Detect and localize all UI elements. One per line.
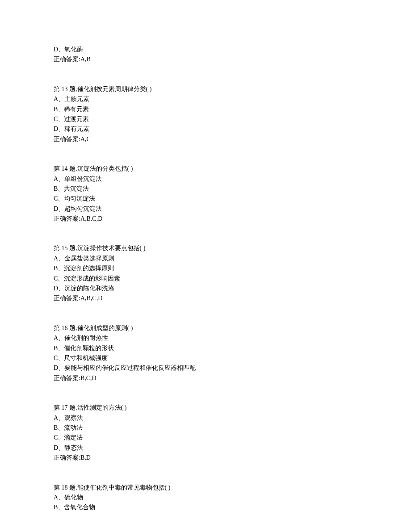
option-c: C、过渡元素 (54, 114, 357, 124)
answer-text: 正确答案:A,B,C,D (54, 293, 357, 303)
option-b: B、流动法 (54, 423, 357, 433)
question-12-partial: D、氧化酶 正确答案:A,B (54, 45, 357, 65)
option-b: B、含氧化合物 (54, 503, 357, 512)
option-a: A、主族元素 (54, 94, 357, 104)
question-header: 第 18 题,能使催化剂中毒的常见毒物包括( ) (54, 483, 357, 493)
question-17: 第 17 题,活性测定的方法( ) A、观察法 B、流动法 C、滴定法 D、静态… (54, 403, 357, 463)
answer-text: 正确答案:A,B,C,D (54, 214, 357, 224)
question-header: 第 15 题,沉淀操作技术要点包括( ) (54, 243, 357, 253)
option-d: D、沉淀的陈化和洗涤 (54, 284, 357, 293)
option-b: B、共沉淀法 (54, 184, 357, 194)
option-c: C、均匀沉淀法 (54, 194, 357, 204)
question-header: 第 14 题,沉淀法的分类包括( ) (54, 164, 357, 174)
option-a: A、金属盐类选择原则 (54, 254, 357, 264)
option-b: B、稀有元素 (54, 105, 357, 114)
answer-text: 正确答案:A,C (54, 134, 357, 144)
option-c: C、滴定法 (54, 433, 357, 443)
question-header: 第 17 题,活性测定的方法( ) (54, 403, 357, 413)
question-14: 第 14 题,沉淀法的分类包括( ) A、单组份沉淀法 B、共沉淀法 C、均匀沉… (54, 164, 357, 224)
option-d: D、氧化酶 (54, 45, 357, 54)
option-a: A、催化剂的耐热性 (54, 333, 357, 343)
question-13: 第 13 题,催化剂按元素周期律分类( ) A、主族元素 B、稀有元素 C、过渡… (54, 84, 357, 144)
option-d: D、要能与相应的催化反应过程和催化反应器相匹配 (54, 363, 357, 373)
option-d: D、静态法 (54, 443, 357, 453)
option-a: A、观察法 (54, 413, 357, 423)
option-d: D、超均匀沉淀法 (54, 204, 357, 214)
option-c: C、沉淀形成的影响因素 (54, 274, 357, 284)
option-d: D、稀有元素 (54, 124, 357, 134)
answer-text: 正确答案:B,D (54, 453, 357, 463)
option-a: A、单组份沉淀法 (54, 174, 357, 184)
question-16: 第 16 题,催化剂成型的原则( ) A、催化剂的耐热性 B、催化剂颗粒的形状 … (54, 323, 357, 383)
option-b: B、沉淀剂的选择原则 (54, 264, 357, 273)
question-18: 第 18 题,能使催化剂中毒的常见毒物包括( ) A、硫化物 B、含氧化合物 (54, 483, 357, 513)
answer-text: 正确答案:A,B (54, 54, 357, 64)
option-a: A、硫化物 (54, 493, 357, 503)
option-c: C、尺寸和机械强度 (54, 353, 357, 363)
option-b: B、催化剂颗粒的形状 (54, 343, 357, 353)
question-15: 第 15 题,沉淀操作技术要点包括( ) A、金属盐类选择原则 B、沉淀剂的选择… (54, 243, 357, 303)
question-header: 第 13 题,催化剂按元素周期律分类( ) (54, 84, 357, 94)
answer-text: 正确答案:B,C,D (54, 373, 357, 383)
question-header: 第 16 题,催化剂成型的原则( ) (54, 323, 357, 333)
